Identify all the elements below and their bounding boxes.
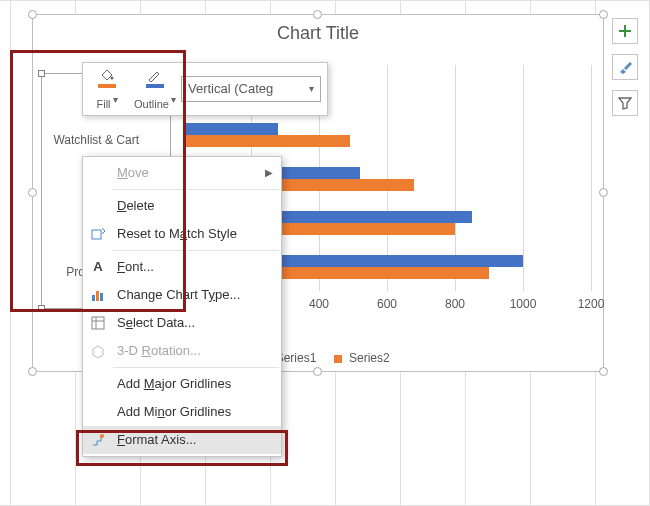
legend-swatch-series2: [334, 355, 342, 363]
cube-icon: [89, 342, 107, 360]
chevron-down-icon: ▾: [171, 94, 176, 105]
x-tick-label: 400: [309, 297, 329, 311]
svg-point-0: [111, 77, 114, 80]
outline-button[interactable]: Outline▾: [131, 68, 179, 110]
chart-type-icon: [89, 286, 107, 304]
bar-series2[interactable]: [183, 135, 350, 147]
chart-title[interactable]: Chart Title: [33, 23, 603, 44]
plus-icon: [618, 24, 632, 38]
menu-add-minor-gridlines[interactable]: Add Minor Gridlines: [83, 398, 281, 426]
paint-bucket-icon: [99, 68, 115, 82]
chevron-down-icon: ▾: [113, 94, 118, 105]
menu-select-data[interactable]: Select Data...: [83, 309, 281, 337]
menu-add-major-gridlines[interactable]: Add Major Gridlines: [83, 370, 281, 398]
legend-label-series2: Series2: [349, 351, 390, 365]
svg-rect-3: [96, 291, 99, 301]
mini-format-toolbar: Fill▾ Outline▾ Vertical (Categ ▾: [82, 62, 328, 116]
axis-selector-dropdown[interactable]: Vertical (Categ ▾: [181, 76, 321, 102]
pen-outline-icon: [147, 68, 163, 82]
chart-elements-button[interactable]: [612, 18, 638, 44]
menu-delete[interactable]: Delete: [83, 192, 281, 220]
svg-rect-5: [92, 317, 104, 329]
chart-filters-button[interactable]: [612, 90, 638, 116]
x-tick-label: 1200: [578, 297, 605, 311]
brush-icon: [618, 60, 632, 74]
menu-reset-style[interactable]: Reset to Match Style: [83, 220, 281, 248]
chart-styles-button[interactable]: [612, 54, 638, 80]
funnel-icon: [618, 96, 632, 110]
fill-button[interactable]: Fill▾: [83, 68, 131, 110]
context-menu: Move ▶ Delete Reset to Match Style A Fon…: [82, 156, 282, 457]
x-tick-label: 1000: [510, 297, 537, 311]
svg-point-6: [100, 434, 104, 438]
menu-change-chart-type[interactable]: Change Chart Type...: [83, 281, 281, 309]
menu-move: Move ▶: [83, 159, 281, 187]
menu-font[interactable]: A Font...: [83, 253, 281, 281]
reset-icon: [89, 225, 107, 243]
submenu-arrow-icon: ▶: [265, 159, 273, 187]
menu-format-axis[interactable]: Format Axis...: [83, 426, 281, 454]
bar-series1[interactable]: [183, 123, 278, 135]
x-tick-label: 800: [445, 297, 465, 311]
svg-rect-2: [92, 295, 95, 301]
axis-category-label: Watchlist & Cart: [29, 133, 139, 147]
select-data-icon: [89, 314, 107, 332]
svg-rect-1: [92, 230, 101, 239]
menu-3d-rotation: 3-D Rotation...: [83, 337, 281, 365]
format-axis-icon: [89, 431, 107, 449]
font-icon: A: [89, 258, 107, 276]
svg-rect-4: [100, 293, 103, 301]
chevron-down-icon: ▾: [309, 77, 314, 101]
x-tick-label: 600: [377, 297, 397, 311]
